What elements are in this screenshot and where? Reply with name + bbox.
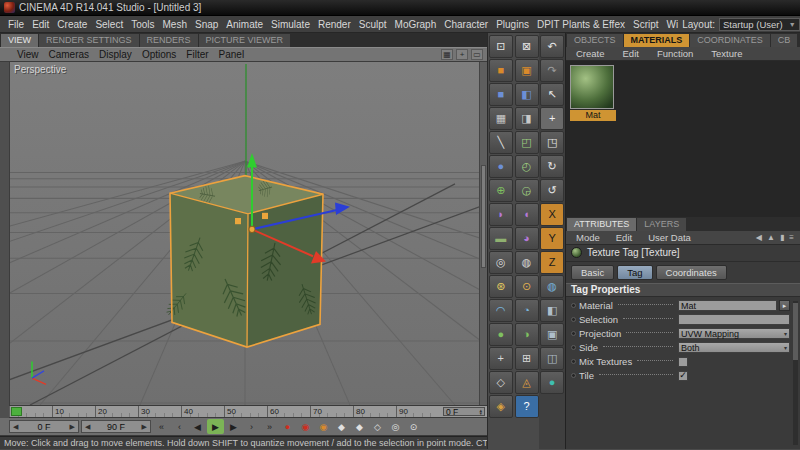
- coordinates-icon[interactable]: ◇: [489, 371, 513, 394]
- menu-item[interactable]: Script: [629, 18, 663, 31]
- menu-item[interactable]: DPIT Plants & Effex: [533, 18, 629, 31]
- layout-select[interactable]: Startup (User) ▼: [719, 18, 800, 31]
- view-tab[interactable]: VIEW: [1, 34, 38, 47]
- instance-icon[interactable]: ▣: [515, 59, 539, 82]
- gizmo-center[interactable]: [249, 226, 255, 232]
- material-name[interactable]: Mat: [570, 110, 616, 121]
- spline-pen-icon[interactable]: ╲: [489, 131, 513, 154]
- anim-dot-icon[interactable]: [571, 373, 576, 378]
- shader-icon[interactable]: ◑: [515, 323, 539, 346]
- symmetry-icon[interactable]: ◨: [515, 107, 539, 130]
- viewport-menu-item[interactable]: View: [12, 49, 44, 60]
- menu-item[interactable]: Mesh: [159, 18, 191, 31]
- timeline-tick[interactable]: 30: [138, 406, 181, 417]
- environment-icon[interactable]: ◠: [489, 299, 513, 322]
- scrollbar-thumb[interactable]: [481, 165, 486, 268]
- gizmo-toggle-icon[interactable]: +: [456, 49, 468, 60]
- goto-start-button[interactable]: «: [153, 419, 170, 434]
- sweep-icon[interactable]: ◶: [515, 179, 539, 202]
- cube-add-icon[interactable]: ■: [489, 59, 513, 82]
- move-tool-icon[interactable]: +: [540, 107, 564, 130]
- view-tab[interactable]: PICTURE VIEWER: [199, 34, 291, 47]
- material-thumbnail[interactable]: [570, 65, 614, 109]
- sky-icon[interactable]: ◔: [515, 299, 539, 322]
- current-frame-input[interactable]: ◀ 0 F ▶: [9, 420, 79, 433]
- panel-menu-icon[interactable]: ≡: [789, 233, 794, 242]
- extrude-icon[interactable]: ◰: [515, 131, 539, 154]
- key-scale-button[interactable]: ◆: [333, 419, 350, 434]
- mix-textures-checkbox[interactable]: [678, 357, 688, 367]
- timeline-tick[interactable]: 90: [396, 406, 439, 417]
- cube-object[interactable]: [163, 176, 323, 348]
- camera-key-button[interactable]: ◎: [387, 419, 404, 434]
- timeline-tick[interactable]: 60: [267, 406, 310, 417]
- timeline-tick[interactable]: 80: [353, 406, 396, 417]
- back-icon[interactable]: ◀: [756, 233, 762, 242]
- view-tab[interactable]: RENDER SETTINGS: [39, 34, 139, 47]
- anim-dot-icon[interactable]: [571, 303, 576, 308]
- anim-dot-icon[interactable]: [571, 317, 576, 322]
- y-axis-lock-icon[interactable]: Y: [540, 227, 564, 250]
- viewport-menu-item[interactable]: Display: [94, 49, 137, 60]
- dice-alt-icon[interactable]: ⊠: [515, 35, 539, 58]
- prev-key-button[interactable]: ‹: [171, 419, 188, 434]
- materials-menu-item[interactable]: Edit: [619, 47, 643, 60]
- redo-icon[interactable]: ↷: [540, 59, 564, 82]
- lock-icon[interactable]: ▮: [780, 233, 784, 242]
- render-view-icon[interactable]: ◧: [540, 299, 564, 322]
- grid-toggle-icon[interactable]: ▦: [441, 49, 453, 60]
- current-frame-field[interactable]: 0 F ▴▾: [443, 407, 485, 416]
- camera-icon[interactable]: ◎: [489, 251, 513, 274]
- materials-menu-item[interactable]: Create: [572, 47, 609, 60]
- key-rotation-button[interactable]: ◆: [351, 419, 368, 434]
- z-axis-lock-icon[interactable]: Z: [540, 251, 564, 274]
- end-decrement-icon[interactable]: ◀: [85, 423, 90, 431]
- frame-spinner[interactable]: ▴▾: [479, 409, 482, 415]
- section-button[interactable]: Coordinates: [656, 265, 727, 280]
- viewport-scrollbar[interactable]: [479, 62, 487, 405]
- menu-item[interactable]: Wi: [663, 18, 683, 31]
- playhead-marker[interactable]: [11, 407, 22, 416]
- menu-item[interactable]: Select: [91, 18, 127, 31]
- primitive-sphere-icon[interactable]: ●: [489, 155, 513, 178]
- menu-item[interactable]: MoGraph: [391, 18, 441, 31]
- key-position-button[interactable]: ◉: [315, 419, 332, 434]
- materials-menu-item[interactable]: Function: [653, 47, 697, 60]
- selection-tag-icon[interactable]: ◬: [515, 371, 539, 394]
- safe-frames-icon[interactable]: ▭: [471, 49, 483, 60]
- menu-item[interactable]: Tools: [127, 18, 158, 31]
- menu-item[interactable]: Character: [440, 18, 492, 31]
- texture-browse-button[interactable]: ▸: [779, 300, 790, 311]
- dice-icon[interactable]: ⊡: [489, 35, 513, 58]
- generator-icon[interactable]: ⊕: [489, 179, 513, 202]
- viewport-menu-item[interactable]: Cameras: [44, 49, 95, 60]
- attributes-menu-item[interactable]: User Data: [644, 231, 695, 244]
- menu-item[interactable]: Sculpt: [355, 18, 391, 31]
- menu-item[interactable]: Simulate: [267, 18, 314, 31]
- viewport-menu-item[interactable]: Filter: [181, 49, 213, 60]
- attributes-menu-item[interactable]: Mode: [572, 231, 604, 244]
- timeline-tick[interactable]: 10: [52, 406, 95, 417]
- live-selection-icon[interactable]: ↖: [540, 83, 564, 106]
- timeline-tick[interactable]: 40: [181, 406, 224, 417]
- target-icon[interactable]: ⊙: [515, 275, 539, 298]
- view-tab[interactable]: RENDERS: [140, 34, 198, 47]
- snap-icon[interactable]: ◈: [489, 395, 513, 418]
- timeline-tick[interactable]: 20: [95, 406, 138, 417]
- attribute-tab[interactable]: ATTRIBUTES: [567, 218, 636, 231]
- frame-increment-icon[interactable]: ▶: [70, 423, 75, 431]
- anim-dot-icon[interactable]: [571, 331, 576, 336]
- solo-button[interactable]: ⊙: [405, 419, 422, 434]
- end-increment-icon[interactable]: ▶: [142, 423, 147, 431]
- menu-item[interactable]: Plugins: [492, 18, 533, 31]
- lathe-icon[interactable]: ◴: [515, 155, 539, 178]
- projection-dropdown[interactable]: UVW Mapping ▾: [678, 328, 790, 339]
- rotate-tool-icon[interactable]: ↻: [540, 155, 564, 178]
- viewport-view-label[interactable]: Perspective: [14, 64, 66, 75]
- scale-tool-icon[interactable]: ◳: [540, 131, 564, 154]
- timeline-tick[interactable]: 70: [310, 406, 353, 417]
- x-axis-lock-icon[interactable]: X: [540, 203, 564, 226]
- viewport-menu-item[interactable]: Panel: [214, 49, 250, 60]
- plane-handle[interactable]: [235, 218, 241, 224]
- menu-item[interactable]: Snap: [191, 18, 222, 31]
